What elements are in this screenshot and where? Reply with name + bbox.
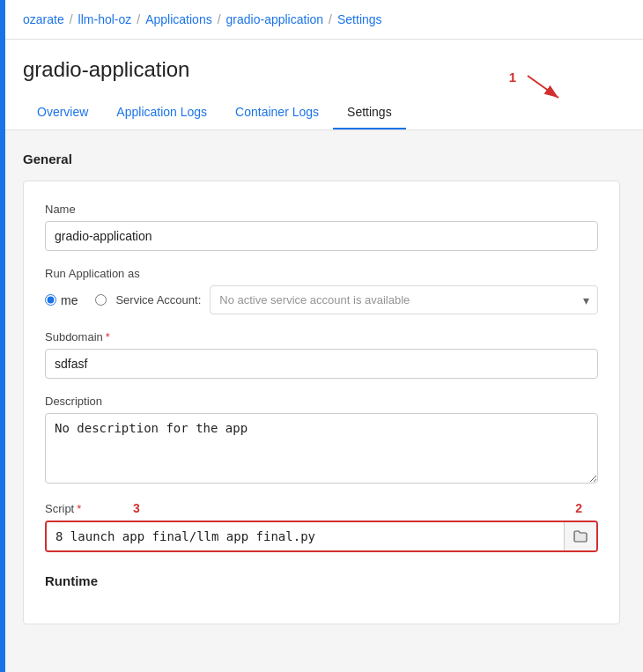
breadcrumb-applications[interactable]: Applications xyxy=(145,12,212,26)
general-card: Name Run Application as me Service Accou… xyxy=(23,181,620,624)
annotation-1: 1 xyxy=(509,70,516,85)
folder-icon xyxy=(573,529,588,543)
script-row-wrapper: 3 2 xyxy=(45,521,598,552)
subdomain-group: Subdomain* xyxy=(45,330,598,379)
tabs: Overview Application Logs Container Logs… xyxy=(23,96,620,129)
name-group: Name xyxy=(45,203,598,251)
description-group: Description No description for the app xyxy=(45,395,598,486)
description-label: Description xyxy=(45,395,598,408)
runtime-section-title: Runtime xyxy=(45,573,598,588)
radio-service-account[interactable] xyxy=(95,294,107,306)
script-required: * xyxy=(77,502,81,515)
service-account-select[interactable]: No active service account is available xyxy=(210,285,598,314)
page-header: gradio-application 1 Overview Applicatio… xyxy=(0,40,643,130)
breadcrumb-gradio-application[interactable]: gradio-application xyxy=(226,12,324,26)
script-browse-button[interactable] xyxy=(564,522,596,550)
service-account-select-wrapper: No active service account is available ▾ xyxy=(210,285,598,314)
run-as-label: Run Application as xyxy=(45,267,598,280)
breadcrumb-sep-2: / xyxy=(137,12,140,26)
radio-me-option[interactable]: me xyxy=(45,293,78,307)
breadcrumb-settings[interactable]: Settings xyxy=(337,12,382,26)
subdomain-required: * xyxy=(106,330,110,343)
breadcrumb-ozarate[interactable]: ozarate xyxy=(23,12,64,26)
name-input[interactable] xyxy=(45,221,598,251)
breadcrumb: ozarate / llm-hol-oz / Applications / gr… xyxy=(0,0,643,40)
run-as-row: me Service Account: No active service ac… xyxy=(45,285,598,314)
breadcrumb-sep-1: / xyxy=(70,12,73,26)
breadcrumb-sep-3: / xyxy=(218,12,221,26)
name-label: Name xyxy=(45,203,598,216)
service-account-group: Service Account: No active service accou… xyxy=(95,285,598,314)
runtime-section: Runtime xyxy=(45,573,598,588)
annotation-3: 3 xyxy=(133,501,140,515)
subdomain-input[interactable] xyxy=(45,349,598,379)
main-content: General Name Run Application as me Servi… xyxy=(0,130,643,646)
script-input[interactable] xyxy=(47,522,564,550)
script-input-row xyxy=(45,521,598,552)
tab-container-logs[interactable]: Container Logs xyxy=(221,96,333,129)
radio-service-account-option[interactable] xyxy=(95,294,107,306)
radio-me[interactable] xyxy=(45,294,56,306)
tabs-container: 1 Overview Application Logs Container Lo… xyxy=(23,96,620,129)
breadcrumb-sep-4: / xyxy=(329,12,332,26)
general-section-title: General xyxy=(23,151,620,166)
script-group: Script* 3 2 xyxy=(45,502,598,552)
subdomain-label: Subdomain* xyxy=(45,330,598,343)
run-as-group: Run Application as me Service Account: N… xyxy=(45,267,598,314)
description-textarea[interactable]: No description for the app xyxy=(45,413,598,484)
left-accent-bar xyxy=(0,0,5,672)
annotation-2: 2 xyxy=(575,501,582,515)
tab-application-logs[interactable]: Application Logs xyxy=(102,96,221,129)
radio-me-label: me xyxy=(61,293,78,307)
script-label: Script* xyxy=(45,502,598,515)
breadcrumb-llm-hol-oz[interactable]: llm-hol-oz xyxy=(78,12,132,26)
service-account-label: Service Account: xyxy=(115,293,201,306)
tab-settings[interactable]: Settings xyxy=(333,96,406,129)
page-title: gradio-application xyxy=(23,57,620,82)
tab-overview[interactable]: Overview xyxy=(23,96,102,129)
